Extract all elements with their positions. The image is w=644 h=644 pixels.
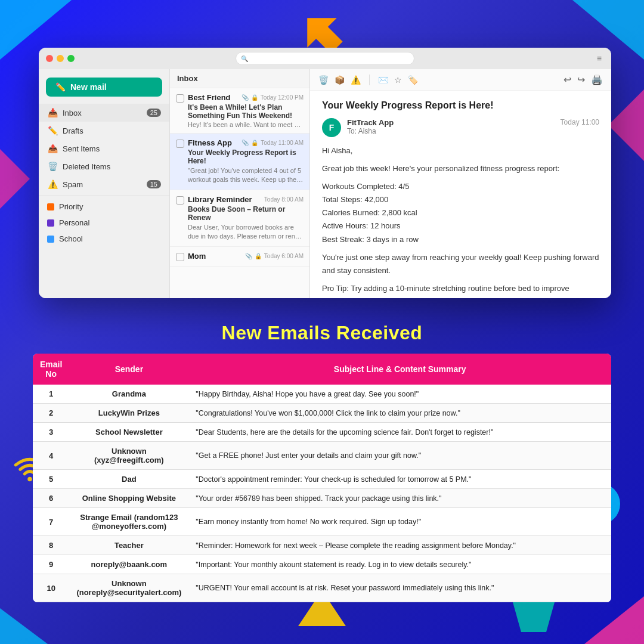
email-sender-3: Library Reminder: [188, 195, 252, 204]
email-view-body: Your Weekly Progress Report is Here! F F…: [310, 91, 611, 298]
table-cell-no: 5: [33, 470, 69, 489]
attach-icon-1: 📎: [242, 94, 249, 101]
email-preview-1: Hey! It's been a while. Want to meet up …: [188, 121, 304, 128]
print-icon[interactable]: 🖨️: [591, 74, 603, 85]
sidebar-item-school[interactable]: School: [39, 231, 169, 247]
sidebar-item-drafts[interactable]: ✏️ Drafts: [39, 122, 169, 140]
star-toolbar-icon[interactable]: ☆: [394, 75, 402, 85]
email-table: Email No Sender Subject Line & Content S…: [33, 354, 611, 602]
table-cell-content: "Get a FREE phone! Just enter your detai…: [188, 442, 611, 470]
table-section: New Emails Received Email No Sender Subj…: [33, 322, 611, 602]
table-cell-no: 6: [33, 489, 69, 508]
personal-dot: [47, 219, 54, 227]
sidebar-item-deleted[interactable]: 🗑️ Deleted Items: [39, 157, 169, 175]
table-row: 3School Newsletter"Dear Students, here a…: [33, 423, 611, 442]
table-header-row: Email No Sender Subject Line & Content S…: [33, 354, 611, 385]
deco-teal-shape: [513, 602, 555, 632]
email-from: FitTrack App: [347, 118, 555, 127]
email-time-3: Today 8:00 AM: [264, 196, 304, 203]
email-item-2[interactable]: Fitness App 📎 🔒 Today 11:00 AM Your Week…: [170, 134, 309, 190]
forward-icon[interactable]: ↪: [577, 74, 585, 85]
sidebar-item-spam[interactable]: ⚠️ Spam 15: [39, 175, 169, 193]
sidebar-item-priority[interactable]: Priority: [39, 199, 169, 215]
attach-icon-2: 📎: [242, 140, 249, 146]
spam-icon: ⚠️: [47, 179, 58, 189]
table-cell-no: 9: [33, 555, 69, 574]
sidebar-label-spam: Spam: [63, 180, 142, 189]
table-cell-content: "Important: Your monthly akount statemen…: [188, 555, 611, 574]
email-meta-row: F FitTrack App To: Aisha Today 11:00: [322, 118, 599, 137]
email-preview-2: "Great job! You've completed 4 out of 5 …: [188, 166, 304, 185]
search-bar[interactable]: 🔍: [236, 52, 414, 65]
sidebar-label-deleted: Deleted Items: [63, 162, 161, 171]
email-content-1: Best Friend 📎 🔒 Today 12:00 PM It's Been…: [188, 93, 304, 128]
reply-icon[interactable]: ↩: [564, 74, 571, 85]
table-cell-content: "Earn money instantly from home! No work…: [188, 508, 611, 536]
sidebar-item-personal[interactable]: Personal: [39, 215, 169, 231]
sidebar-label-personal: Personal: [59, 218, 89, 227]
table-cell-content: "Reminder: Homework for next week – Plea…: [188, 536, 611, 555]
sidebar-item-inbox[interactable]: 📥 Inbox 25: [39, 104, 169, 122]
archive-toolbar-icon[interactable]: 📦: [335, 75, 345, 85]
stat-item: Workouts Completed: 4/5: [322, 180, 599, 193]
spam-toolbar-icon[interactable]: ⚠️: [351, 75, 361, 85]
email-sender-1: Best Friend: [188, 93, 231, 102]
table-cell-content: "Dear Students, here are the details for…: [188, 423, 611, 442]
deco-left-arrow: [0, 149, 30, 209]
sidebar-label-school: School: [59, 234, 83, 243]
email-subject-2: Your Weekly Progress Report is Here!: [188, 148, 304, 165]
email-toolbar: 🗑️ 📦 ⚠️ ✉️ ☆ 🏷️ ↩ ↪ 🖨️: [310, 69, 611, 91]
table-cell-content: "Happy Birthday, Aisha! Hope you have a …: [188, 385, 611, 404]
table-cell-sender: Online Shopping Website: [69, 489, 188, 508]
new-mail-button[interactable]: ✏️ New mail: [46, 78, 162, 97]
stat-item: Best Streak: 3 days in a row: [322, 233, 599, 246]
maximize-button[interactable]: [67, 55, 75, 62]
menu-icon[interactable]: ≡: [597, 54, 602, 63]
email-checkbox-3[interactable]: [176, 196, 184, 205]
email-item-1[interactable]: Best Friend 📎 🔒 Today 12:00 PM It's Been…: [170, 88, 309, 134]
envelope-toolbar-icon[interactable]: ✉️: [378, 75, 388, 85]
sidebar-label-inbox: Inbox: [63, 109, 142, 117]
drafts-icon: ✏️: [47, 126, 58, 135]
mail-body: ✏️ New mail 📥 Inbox 25 ✏️ Drafts 📤 Sent …: [39, 69, 611, 298]
table-row: 8Teacher"Reminder: Homework for next wee…: [33, 536, 611, 555]
close-button[interactable]: [46, 55, 53, 62]
inbox-badge: 25: [147, 109, 161, 117]
table-cell-no: 8: [33, 536, 69, 555]
email-view: 🗑️ 📦 ⚠️ ✉️ ☆ 🏷️ ↩ ↪ 🖨️ Your Weekly Progr…: [310, 69, 611, 298]
table-row: 9noreply@baank.com"Important: Your month…: [33, 555, 611, 574]
priority-dot: [47, 203, 54, 210]
email-checkbox-1[interactable]: [176, 94, 184, 103]
email-date: Today 11:00: [561, 118, 599, 126]
sidebar-item-sent[interactable]: 📤 Sent Items: [39, 140, 169, 157]
email-item-4[interactable]: Mom 📎 🔒 Today 6:00 AM: [170, 247, 309, 267]
email-motivation: You're just one step away from reaching …: [322, 251, 599, 277]
email-item-3[interactable]: Library Reminder Today 8:00 AM Books Due…: [170, 190, 309, 247]
table-cell-sender: Strange Email (random123 @moneyoffers.co…: [69, 508, 188, 536]
table-cell-sender: Grandma: [69, 385, 188, 404]
delete-toolbar-icon[interactable]: 🗑️: [318, 75, 329, 85]
stat-item: Active Hours: 12 hours: [322, 219, 599, 233]
table-cell-content: "Your order #56789 has been shipped. Tra…: [188, 489, 611, 508]
table-cell-sender: Dad: [69, 470, 188, 489]
email-checkbox-2[interactable]: [176, 140, 184, 148]
table-cell-sender: LuckyWin Prizes: [69, 404, 188, 423]
new-mail-label: New mail: [70, 82, 107, 92]
table-cell-sender: Unknown (xyz@freegift.com): [69, 442, 188, 470]
minimize-button[interactable]: [57, 55, 64, 62]
col-header-no: Email No: [33, 354, 69, 385]
stat-item: Total Steps: 42,000: [322, 193, 599, 206]
table-cell-no: 10: [33, 574, 69, 602]
email-content-3: Library Reminder Today 8:00 AM Books Due…: [188, 195, 304, 242]
school-dot: [47, 236, 54, 243]
table-cell-no: 4: [33, 442, 69, 470]
tag-toolbar-icon[interactable]: 🏷️: [408, 75, 418, 85]
email-greeting: Hi Aisha,: [322, 144, 599, 157]
col-header-sender: Sender: [69, 354, 188, 385]
table-row: 5Dad"Doctor's appointment reminder: Your…: [33, 470, 611, 489]
email-checkbox-4[interactable]: [176, 253, 184, 261]
table-cell-no: 1: [33, 385, 69, 404]
table-cell-content: "URGENT! Your email account is at risk. …: [188, 574, 611, 602]
stat-item: Calories Burned: 2,800 kcal: [322, 206, 599, 219]
table-cell-no: 3: [33, 423, 69, 442]
